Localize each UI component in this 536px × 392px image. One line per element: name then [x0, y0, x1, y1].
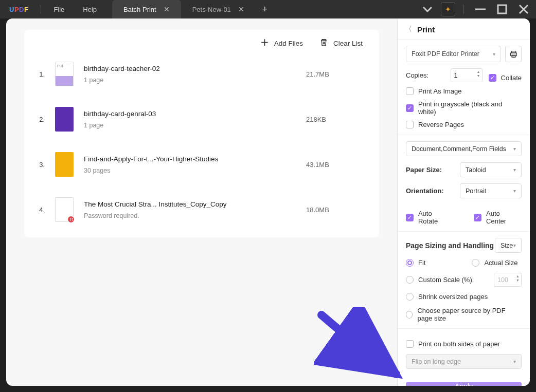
title-bar: UPDF File Help Batch Print ✕ Pets-New-01… [0, 0, 536, 18]
print-title: Print [417, 25, 435, 34]
plus-icon [260, 38, 269, 48]
close-icon[interactable]: ✕ [164, 5, 170, 13]
trash-icon [319, 38, 328, 48]
tab-label: Batch Print [123, 6, 156, 13]
print-content-select[interactable]: Document,Comment,Form Fields ▾ [406, 141, 522, 156]
menu-file[interactable]: File [44, 6, 74, 13]
collate-label: Collate [501, 74, 522, 82]
clear-list-label: Clear List [333, 40, 363, 47]
tab-batch-print[interactable]: Batch Print ✕ [112, 0, 181, 18]
close-icon[interactable]: ✕ [238, 5, 244, 13]
app-body: Add Files Clear List 1. birthday-card-te… [6, 18, 530, 386]
print-panel: 〈 Print Foxit PDF Editor Printer ▾ Copie… [397, 18, 530, 386]
row-number: 2. [35, 116, 45, 123]
actual-size-radio[interactable]: Actual Size [472, 259, 517, 267]
file-size: 18.0MB [306, 206, 368, 214]
sizing-section: Page Sizing and Handling Size ▾ Fit Actu… [398, 232, 530, 329]
left-panel: Add Files Clear List 1. birthday-card-te… [6, 18, 397, 386]
chevron-down-icon: ▾ [513, 146, 516, 152]
premium-icon[interactable]: ✦ [441, 2, 455, 16]
file-meta: 1 page [84, 122, 296, 129]
printer-select[interactable]: Foxit PDF Editor Printer ▾ [406, 46, 501, 62]
file-name: Find-and-Apply-For-t...-Your-Higher-Stud… [84, 155, 296, 163]
printer-properties-button[interactable] [505, 46, 522, 62]
menu-help[interactable]: Help [74, 6, 106, 13]
chevron-down-icon: ▾ [513, 242, 516, 248]
file-card: Add Files Clear List 1. birthday-card-te… [24, 30, 379, 237]
row-number: 4. [35, 206, 45, 214]
file-size: 43.1MB [306, 161, 368, 169]
collate-checkbox[interactable]: Collate [489, 74, 522, 82]
list-item[interactable]: 2. birthday-card-genral-03 1 page 218KB [24, 97, 379, 142]
paper-size-label: Paper Size: [406, 166, 442, 174]
both-sides-checkbox[interactable]: Print on both sides of paper [406, 340, 522, 348]
orientation-label: Orientation: [406, 187, 444, 195]
file-thumbnail [55, 197, 74, 222]
radio-label: Fit [418, 259, 425, 267]
stepper-down-icon[interactable]: ▼ [516, 278, 520, 282]
radio-label: Actual Size [484, 259, 517, 267]
orientation-select[interactable]: Portrait ▾ [460, 183, 522, 198]
sizing-mode-select[interactable]: Size ▾ [495, 238, 522, 253]
duplex-section: Print on both sides of paper Flip on lon… [398, 329, 530, 375]
shrink-radio[interactable]: Shrink oversized pages [406, 293, 522, 301]
reverse-pages-checkbox[interactable]: Reverse Pages [406, 121, 522, 128]
checkbox-label: Print on both sides of paper [418, 340, 500, 348]
auto-center-checkbox[interactable]: Auto Center [474, 210, 522, 225]
copies-label: Copies: [406, 71, 428, 79]
select-value: Document,Comment,Form Fields [412, 145, 506, 153]
close-window-button[interactable] [515, 2, 532, 16]
tab-document[interactable]: Pets-New-01 ✕ [181, 0, 256, 18]
stepper-up-icon[interactable]: ▲ [477, 70, 480, 73]
printer-section: Foxit PDF Editor Printer ▾ Copies: ▲▼ Co… [398, 40, 530, 135]
choose-paper-source-radio[interactable]: Choose paper source by PDF page size [406, 307, 522, 322]
minimize-button[interactable] [472, 2, 489, 16]
copies-input[interactable]: ▲▼ [451, 68, 483, 82]
select-value: Flip on long edge [412, 358, 461, 365]
checkbox-label: Print As Image [418, 87, 462, 95]
custom-scale-input[interactable]: ▲▼ [494, 273, 522, 287]
svg-rect-1 [498, 5, 506, 13]
apply-button[interactable]: Apply [406, 382, 522, 386]
row-number: 3. [35, 161, 45, 169]
add-files-label: Add Files [274, 40, 303, 47]
svg-rect-7 [510, 52, 516, 55]
clear-list-button[interactable]: Clear List [319, 38, 363, 48]
row-text: Find-and-Apply-For-t...-Your-Higher-Stud… [84, 155, 296, 174]
file-meta: 30 pages [84, 167, 296, 174]
file-meta: Password required. [84, 212, 296, 219]
file-name: The Most Crucial Stra... Institutes_Copy… [84, 200, 296, 208]
print-as-image-checkbox[interactable]: Print As Image [406, 87, 522, 95]
content-section: Document,Comment,Form Fields ▾ Paper Siz… [398, 135, 530, 232]
flip-select[interactable]: Flip on long edge ▾ [406, 354, 522, 369]
select-value: Size [501, 242, 513, 249]
separator [463, 5, 464, 14]
list-item[interactable]: 3. Find-and-Apply-For-t...-Your-Higher-S… [24, 142, 379, 187]
file-name: birthday-card-genral-03 [84, 110, 296, 118]
separator [41, 5, 41, 14]
file-meta: 1 page [84, 77, 296, 84]
title-right: ✦ [419, 2, 536, 16]
copies-field[interactable] [454, 72, 472, 79]
row-text: birthday-card-genral-03 1 page [84, 110, 296, 129]
radio-label: Shrink oversized pages [418, 293, 488, 301]
paper-size-select[interactable]: Tabloid ▾ [460, 162, 522, 177]
stepper-up-icon[interactable]: ▲ [516, 274, 520, 278]
stepper-down-icon[interactable]: ▼ [477, 74, 480, 78]
back-icon[interactable]: 〈 [405, 25, 412, 34]
maximize-button[interactable] [494, 2, 510, 16]
grayscale-checkbox[interactable]: Print in grayscale (black and white) [406, 100, 522, 116]
fit-radio[interactable]: Fit [406, 259, 425, 267]
chevron-down-icon[interactable] [419, 2, 436, 16]
custom-scale-radio[interactable]: Custom Scale (%): [406, 276, 474, 284]
app-logo: UPDF [0, 6, 38, 13]
tab-label: Pets-New-01 [192, 6, 231, 13]
add-files-button[interactable]: Add Files [260, 38, 303, 48]
custom-scale-field[interactable] [497, 276, 515, 284]
list-item[interactable]: 1. birthday-card-teacher-02 1 page 21.7M… [24, 51, 379, 97]
list-item[interactable]: 4. The Most Crucial Stra... Institutes_C… [24, 187, 379, 232]
file-size: 21.7MB [306, 70, 368, 78]
new-tab-button[interactable]: + [256, 0, 274, 18]
auto-rotate-checkbox[interactable]: Auto Rotate [406, 210, 453, 225]
row-text: The Most Crucial Stra... Institutes_Copy… [84, 200, 296, 219]
